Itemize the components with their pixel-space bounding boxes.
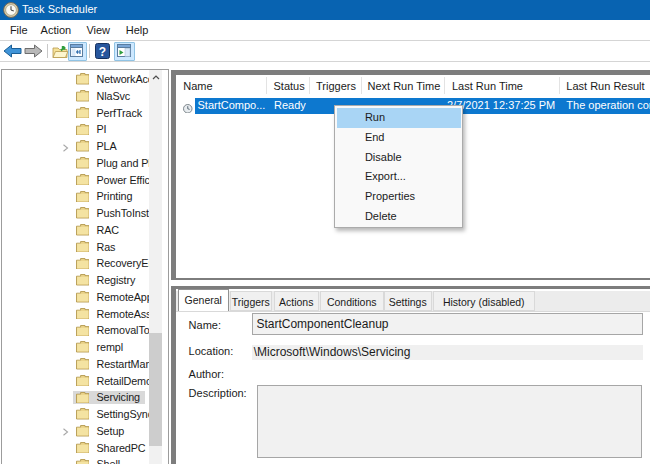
svg-text:?: ? [99,45,106,59]
